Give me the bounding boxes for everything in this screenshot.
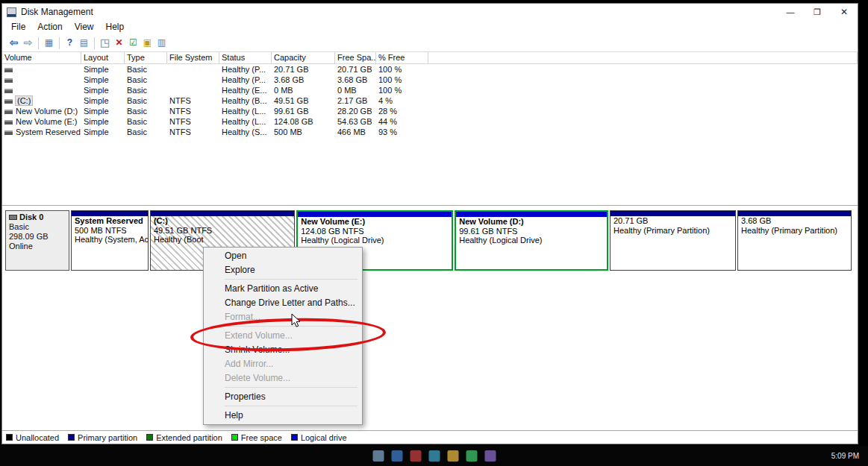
partition-detail: 20.71 GB	[611, 216, 735, 226]
cell-status: Healthy (L...	[219, 106, 272, 116]
show-console-tree-icon[interactable]: ▦	[42, 36, 56, 50]
open-folder-icon[interactable]: ▣	[140, 36, 154, 50]
cell-free-space: 54.63 GB	[335, 116, 376, 127]
minimize-button[interactable]: —	[777, 4, 804, 20]
col-capacity[interactable]: Capacity	[272, 52, 335, 63]
cell-type: Basic	[125, 85, 167, 95]
col-layout[interactable]: Layout	[81, 52, 125, 63]
context-menu-item-properties[interactable]: Properties	[204, 390, 362, 404]
taskbar-icon[interactable]	[410, 450, 421, 462]
legend-label: Primary partition	[78, 433, 137, 442]
back-icon[interactable]: ⇦	[7, 36, 21, 50]
partition-detail: 99.61 GB NTFS	[456, 227, 607, 236]
show-action-pane-icon[interactable]: ▤	[77, 36, 91, 50]
legend-logical-drive: Logical drive	[291, 433, 347, 442]
help-icon[interactable]: ?	[63, 36, 77, 50]
col-file-system[interactable]: File System	[167, 52, 219, 63]
partition-3-68-gb[interactable]: 3.68 GB Healthy (Primary Partition)	[737, 210, 852, 271]
maximize-button[interactable]: ❐	[804, 4, 831, 20]
cell-capacity: 3.68 GB	[272, 75, 335, 85]
context-menu-item-open[interactable]: Open	[204, 249, 362, 263]
col-type[interactable]: Type	[125, 52, 167, 63]
menu-view[interactable]: View	[69, 20, 100, 34]
delete-volume-icon[interactable]: ✕	[112, 36, 126, 50]
properties-icon[interactable]: ▥	[154, 36, 169, 50]
legend: Unallocated Primary partition Extended p…	[2, 430, 858, 444]
refresh-icon[interactable]: ◳	[98, 36, 112, 50]
legend-label: Unallocated	[16, 433, 59, 442]
toolbar-separator	[38, 37, 39, 49]
toolbar-separator	[59, 37, 60, 49]
cell-layout: Simple	[81, 64, 125, 75]
primary-partition-swatch-icon	[68, 434, 75, 441]
legend-label: Extended partition	[156, 433, 222, 442]
col-pct-free[interactable]: % Free	[376, 52, 428, 63]
table-row[interactable]: Simple Basic Healthy (E... 0 MB 0 MB 100…	[2, 85, 858, 95]
table-row[interactable]: Simple Basic Healthy (P... 3.68 GB 3.68 …	[2, 75, 858, 85]
legend-unallocated: Unallocated	[6, 433, 59, 442]
table-row[interactable]: New Volume (E:) Simple Basic NTFS Health…	[2, 116, 858, 127]
cell-capacity: 0 MB	[272, 85, 335, 95]
col-volume[interactable]: Volume	[2, 52, 81, 63]
volume-icon	[4, 89, 13, 93]
forward-icon[interactable]: ⇨	[21, 36, 35, 50]
taskbar-icon[interactable]	[372, 450, 384, 462]
col-free-space[interactable]: Free Spa...	[335, 52, 376, 63]
partition-status: Healthy (Logical Drive)	[298, 236, 452, 245]
cell-type: Basic	[125, 106, 167, 116]
disk-management-window: Disk Management — ❐ ✕ File Action View H…	[1, 3, 858, 444]
cell-pct-free: 93 %	[376, 127, 428, 137]
taskbar-icon[interactable]	[484, 450, 496, 462]
partition-system-reserved[interactable]: System Reserved 500 MB NTFS Healthy (Sys…	[71, 210, 149, 271]
table-row[interactable]: (C:) Simple Basic NTFS Healthy (B... 49.…	[2, 95, 858, 106]
disk-name: Disk 0	[19, 212, 43, 221]
disk0-header[interactable]: Disk 0 Basic 298.09 GB Online	[5, 210, 69, 271]
cell-status: Healthy (B...	[219, 95, 272, 106]
context-menu-item-add-mirror: Add Mirror...	[204, 357, 362, 371]
partition-20-71-gb[interactable]: 20.71 GB Healthy (Primary Partition)	[610, 210, 736, 271]
taskbar-icon[interactable]	[447, 450, 458, 462]
taskbar-icon[interactable]	[391, 450, 402, 462]
cell-capacity: 124.08 GB	[272, 116, 335, 127]
legend-primary-partition: Primary partition	[68, 433, 137, 442]
disk-size: 298.09 GB	[9, 232, 66, 242]
close-button[interactable]: ✕	[831, 4, 858, 20]
table-row[interactable]: System Reserved Simple Basic NTFS Health…	[2, 127, 858, 137]
menu-action[interactable]: Action	[31, 20, 68, 34]
partition-new-volume-d[interactable]: New Volume (D:) 99.61 GB NTFS Healthy (L…	[455, 210, 608, 271]
col-status[interactable]: Status	[219, 52, 272, 63]
mark-active-icon[interactable]: ☑	[126, 36, 140, 50]
partition-detail: 3.68 GB	[738, 216, 851, 226]
context-menu-item-mark-partition-active[interactable]: Mark Partition as Active	[204, 282, 362, 296]
graphical-view: Disk 0 Basic 298.09 GB Online System Res…	[2, 206, 858, 430]
cell-layout: Simple	[81, 106, 125, 116]
volume-icon	[4, 130, 13, 135]
cell-layout: Simple	[81, 85, 125, 95]
menubar: File Action View Help	[2, 20, 858, 34]
partition-color-strip	[72, 211, 148, 216]
menu-help[interactable]: Help	[100, 20, 131, 34]
taskbar-icon[interactable]	[428, 450, 440, 462]
table-row[interactable]: Simple Basic Healthy (P... 20.71 GB 20.7…	[2, 64, 858, 75]
cell-status: Healthy (L...	[219, 116, 272, 127]
disk0-row: Disk 0 Basic 298.09 GB Online System Res…	[5, 210, 855, 271]
menu-separator	[225, 279, 357, 280]
context-menu-item-change-drive-letter[interactable]: Change Drive Letter and Paths...	[204, 296, 362, 310]
context-menu-item-explore[interactable]: Explore	[204, 263, 362, 277]
context-menu-item-help[interactable]: Help	[204, 409, 362, 423]
volume-icon	[4, 99, 13, 104]
cell-free-space: 20.71 GB	[335, 64, 376, 75]
cell-pct-free: 100 %	[376, 64, 428, 75]
volume-name: System Reserved	[16, 127, 81, 136]
partition-detail: 49.51 GB NTFS	[151, 226, 294, 236]
volume-icon	[4, 78, 13, 83]
cell-file-system	[167, 64, 219, 75]
cell-status: Healthy (S...	[219, 127, 272, 137]
taskbar-icon[interactable]	[466, 450, 477, 462]
table-row[interactable]: New Volume (D:) Simple Basic NTFS Health…	[2, 106, 858, 116]
cell-pct-free: 100 %	[376, 75, 428, 85]
menu-file[interactable]: File	[5, 20, 31, 34]
cell-capacity: 49.51 GB	[272, 95, 335, 106]
disk-icon	[9, 215, 17, 220]
volume-name: New Volume (D:)	[16, 107, 78, 116]
